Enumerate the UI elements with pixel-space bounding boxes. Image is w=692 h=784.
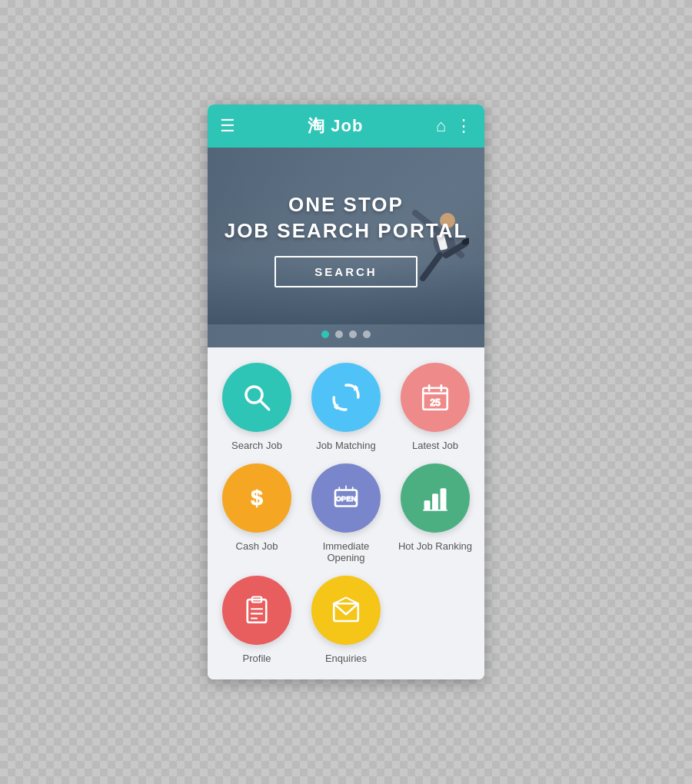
grid-item-hot-job-ranking[interactable]: Hot Job Ranking [394,463,477,563]
svg-rect-24 [433,494,438,510]
immediate-opening-icon-circle: OPEN [311,463,381,533]
svg-line-9 [260,400,268,409]
dot-4[interactable] [363,331,371,338]
phone-frame: ☰ 淘 Job ⌂ ⋮ [208,105,484,679]
home-icon[interactable]: ⌂ [436,116,446,136]
hero-banner: ONE STOP JOB SEARCH PORTAL SEARCH [208,148,484,347]
dot-2[interactable] [335,331,343,338]
icon-grid-section: Search Job Job Matching [208,347,484,679]
grid-item-latest-job[interactable]: 25 Latest Job [394,363,477,451]
hot-job-ranking-icon-circle [401,463,470,533]
sync-icon [330,381,362,414]
hero-content: ONE STOP JOB SEARCH PORTAL SEARCH [225,192,468,288]
bar-chart-icon [419,482,451,514]
search-icon [241,381,273,414]
search-job-label: Search Job [231,440,282,451]
job-matching-label: Job Matching [316,440,375,451]
immediate-opening-label: Immediate Opening [304,540,388,563]
header-actions: ⌂ ⋮ [436,116,472,136]
dot-1[interactable] [321,331,329,338]
clipboard-icon [241,594,273,626]
job-matching-icon-circle [311,363,381,432]
svg-rect-25 [441,489,446,510]
menu-icon[interactable]: ☰ [220,116,235,136]
svg-rect-23 [424,501,430,510]
hot-job-ranking-label: Hot Job Ranking [398,540,472,552]
hero-title: ONE STOP JOB SEARCH PORTAL [225,192,468,244]
cash-job-icon-circle: $ [222,463,291,533]
search-button[interactable]: SEARCH [274,256,417,287]
calendar-icon: 25 [419,381,451,414]
app-header: ☰ 淘 Job ⌂ ⋮ [208,105,484,148]
grid-item-profile[interactable]: Profile [215,576,298,664]
cash-job-label: Cash Job [236,540,278,552]
svg-text:OPEN: OPEN [335,494,356,503]
grid-item-cash-job[interactable]: $ Cash Job [215,463,298,563]
enquiries-icon-circle [311,576,381,645]
dot-3[interactable] [349,331,357,338]
app-title: 淘 Job [308,115,363,138]
svg-text:25: 25 [430,397,441,408]
grid-item-immediate-opening[interactable]: OPEN Immediate Opening [304,463,388,563]
dollar-icon: $ [241,482,273,514]
svg-text:$: $ [251,486,263,510]
latest-job-label: Latest Job [412,440,458,451]
icon-grid: Search Job Job Matching [215,363,477,664]
profile-label: Profile [243,653,271,664]
grid-item-enquiries[interactable]: Enquiries [304,576,388,664]
envelope-icon [330,594,362,626]
enquiries-label: Enquiries [325,653,367,664]
search-job-icon-circle [222,363,291,432]
carousel-dots [321,331,371,338]
more-icon[interactable]: ⋮ [455,116,472,136]
grid-item-search-job[interactable]: Search Job [215,363,298,451]
open-sign-icon: OPEN [330,482,362,514]
latest-job-icon-circle: 25 [401,363,470,432]
profile-icon-circle [222,576,291,645]
grid-item-job-matching[interactable]: Job Matching [304,363,388,451]
